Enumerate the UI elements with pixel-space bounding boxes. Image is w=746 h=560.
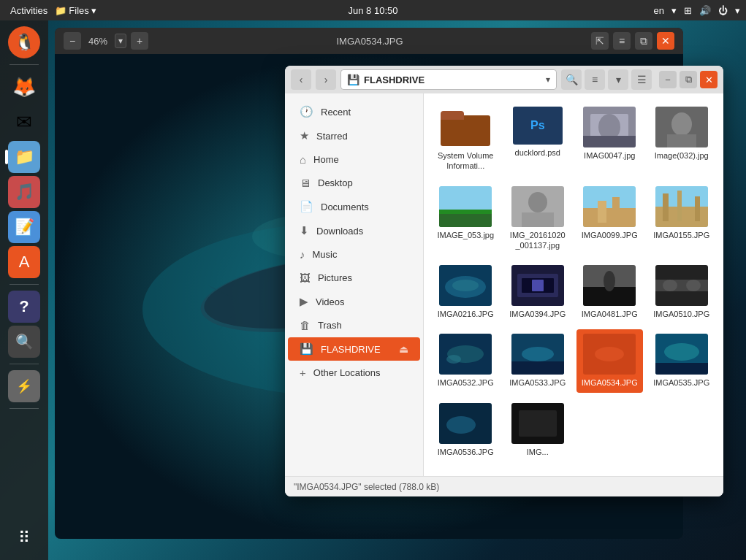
zoom-in-button[interactable]: + xyxy=(131,32,148,50)
sidebar-item-flashdrive[interactable]: 💾 FLASHDRIVE ⏏ xyxy=(288,337,420,361)
image-viewer-restore-button[interactable]: ⧉ xyxy=(635,32,652,50)
thumb-svg-img-partial xyxy=(511,403,564,444)
file-thumb-imga0216 xyxy=(439,265,492,306)
sidebar-item-documents[interactable]: 📄 Documents xyxy=(288,195,420,218)
dock-icon-thunderbird[interactable]: ✉ xyxy=(8,106,40,138)
file-item-image032[interactable]: Image(032).jpg xyxy=(649,102,715,176)
file-thumb-imga0481 xyxy=(583,265,636,306)
file-item-imga0536[interactable]: IMGA0536.JPG xyxy=(433,399,499,461)
sidebar-label-other-locations: Other Locations xyxy=(313,367,381,378)
file-item-imga0216[interactable]: IMGA0216.JPG xyxy=(433,261,499,323)
dock-icon-firefox[interactable]: 🦊 xyxy=(8,71,40,103)
file-thumb-imga0533 xyxy=(511,334,564,375)
location-dropdown-arrow[interactable]: ▾ xyxy=(546,74,550,85)
activities-button[interactable]: Activities xyxy=(6,5,52,16)
file-item-imga0155[interactable]: IMGA0155.JPG xyxy=(649,182,715,256)
dock-icon-writer[interactable]: 📝 xyxy=(8,211,40,243)
sidebar-item-videos[interactable]: ▶ Videos xyxy=(288,290,420,313)
downloads-icon: ⬇ xyxy=(300,224,309,237)
svg-point-41 xyxy=(452,280,479,291)
power-icon[interactable]: ⏻ xyxy=(718,5,728,16)
file-thumb-system-volume xyxy=(439,107,492,147)
file-item-imga0532[interactable]: IMGA0532.JPG xyxy=(433,329,499,392)
file-item-ducklord-psd[interactable]: Ps ducklord.psd xyxy=(505,102,571,176)
files-minimize-button[interactable]: − xyxy=(659,71,677,88)
image-viewer-maximize-button[interactable]: ⇱ xyxy=(591,32,609,50)
files-menu-arrow: ▾ xyxy=(91,5,96,16)
keyboard-dropdown[interactable]: ▾ xyxy=(671,5,677,16)
desktop-icon: 🖥 xyxy=(300,177,311,189)
keyboard-layout[interactable]: en xyxy=(654,5,664,16)
files-content-area[interactable]: System Volume Informati... Ps ducklord.p… xyxy=(424,93,723,476)
files-restore-button[interactable]: ⧉ xyxy=(680,71,697,88)
power-dropdown[interactable]: ▾ xyxy=(735,5,740,16)
files-menu[interactable]: 📁 Files ▾ xyxy=(55,5,96,16)
file-item-imga0535[interactable]: IMGA0535.JPG xyxy=(649,329,715,392)
sidebar-item-desktop[interactable]: 🖥 Desktop xyxy=(288,172,420,194)
flashdrive-icon: 💾 xyxy=(300,342,313,356)
zoom-out-button[interactable]: − xyxy=(64,32,81,50)
file-item-imga0534[interactable]: IMGA0534.JPG xyxy=(576,329,643,392)
file-item-system-volume[interactable]: System Volume Informati... xyxy=(433,102,499,176)
dock-icon-search[interactable]: 🔍 xyxy=(8,326,40,358)
view-list-button[interactable]: ≡ xyxy=(585,69,605,90)
svg-rect-33 xyxy=(612,197,620,223)
files-close-button[interactable]: ✕ xyxy=(700,71,718,88)
music-icon: ♪ xyxy=(300,248,305,261)
zoom-dropdown[interactable]: ▾ xyxy=(115,34,126,48)
sidebar-item-pictures[interactable]: 🖼 Pictures xyxy=(288,266,420,289)
sidebar-item-home[interactable]: ⌂ Home xyxy=(288,148,420,171)
file-thumb-imag0047 xyxy=(583,107,636,147)
image-viewer-close-button[interactable]: ✕ xyxy=(657,32,674,50)
folder-icon-system-volume xyxy=(441,108,490,146)
pictures-icon: 🖼 xyxy=(300,272,311,284)
thumb-svg-imga0099 xyxy=(583,186,636,227)
dock-icon-ubuntu[interactable]: 🐧 xyxy=(8,26,40,58)
svg-rect-26 xyxy=(439,214,492,227)
zoom-level: 46% xyxy=(85,36,110,47)
eject-icon[interactable]: ⏏ xyxy=(399,343,408,355)
thumb-svg-image032 xyxy=(655,107,708,147)
file-item-image053[interactable]: IMAGE_053.jpg xyxy=(433,182,499,256)
files-menu-label: Files xyxy=(69,5,88,16)
dock-icon-files[interactable]: 📁 xyxy=(8,141,40,173)
dock-icon-rhythmbox[interactable]: 🎵 xyxy=(8,176,40,208)
starred-icon: ★ xyxy=(300,129,309,142)
file-name-img-partial: IMG... xyxy=(527,447,549,457)
file-item-imga0394[interactable]: IMGA0394.JPG xyxy=(505,261,571,323)
location-bar[interactable]: 💾 FLASHDRIVE ▾ xyxy=(340,69,557,90)
sidebar-label-flashdrive: FLASHDRIVE xyxy=(321,344,381,355)
search-button[interactable]: 🔍 xyxy=(561,69,582,90)
dock-icon-appstore[interactable]: A xyxy=(8,246,40,278)
nav-back-button[interactable]: ‹ xyxy=(291,69,311,90)
file-item-imga0481[interactable]: IMGA0481.JPG xyxy=(576,261,643,323)
thumb-svg-imga0510 xyxy=(655,265,708,306)
menu-button[interactable]: ☰ xyxy=(631,69,652,90)
file-item-imag0047[interactable]: IMAG0047.jpg xyxy=(576,102,643,176)
sidebar-item-other-locations[interactable]: + Other Locations xyxy=(288,361,420,384)
dock-icon-show-apps[interactable]: ⠿ xyxy=(8,522,40,554)
file-name-imga0216: IMGA0216.JPG xyxy=(438,309,494,319)
sidebar-item-downloads[interactable]: ⬇ Downloads xyxy=(288,219,420,242)
sidebar-item-music[interactable]: ♪ Music xyxy=(288,243,420,266)
file-item-imga0510[interactable]: IMGA0510.JPG xyxy=(649,261,715,323)
file-name-system-volume: System Volume Informati... xyxy=(436,150,495,172)
sidebar-item-trash[interactable]: 🗑 Trash xyxy=(288,314,420,337)
file-name-imga0394: IMGA0394.JPG xyxy=(509,309,566,319)
file-item-imga0099[interactable]: IMGA0099.JPG xyxy=(576,182,643,256)
network-icon[interactable]: ⊞ xyxy=(684,5,692,16)
view-options-button[interactable]: ▾ xyxy=(608,69,628,90)
svg-point-65 xyxy=(446,416,476,434)
sidebar-item-recent[interactable]: 🕐 Recent xyxy=(288,100,420,123)
file-item-img20161020[interactable]: IMG_20161020_001137.jpg xyxy=(505,182,571,256)
nav-forward-button[interactable]: › xyxy=(316,69,336,90)
thumb-svg-imga0534 xyxy=(583,334,636,375)
file-item-imga0533[interactable]: IMGA0533.JPG xyxy=(505,329,571,392)
file-item-img-partial[interactable]: IMG... xyxy=(505,399,571,461)
sidebar-item-starred[interactable]: ★ Starred xyxy=(288,124,420,147)
dock-icon-help[interactable]: ? xyxy=(8,291,40,323)
dock-separator-3 xyxy=(9,364,39,364)
dock-icon-usb[interactable]: ⚡ xyxy=(8,370,40,402)
sound-icon[interactable]: 🔊 xyxy=(699,5,711,16)
image-viewer-minimize-button[interactable]: ≡ xyxy=(613,32,631,50)
